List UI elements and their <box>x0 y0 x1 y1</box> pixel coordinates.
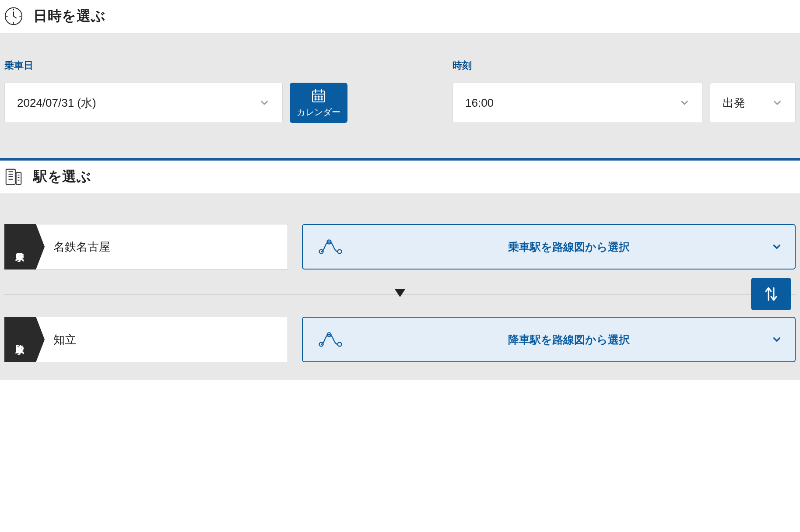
boarding-value: 名鉄名古屋 <box>53 239 110 255</box>
alighting-tag: 降車駅 <box>4 317 36 362</box>
swap-stations-button[interactable] <box>751 278 791 310</box>
chevron-down-icon <box>771 241 782 252</box>
alighting-value: 知立 <box>53 332 76 347</box>
station-icon <box>4 167 24 187</box>
alighting-input[interactable]: 知立 <box>36 317 288 362</box>
station-panel: 乗車駅 名鉄名古屋 乗車駅を路線図から選択 降車駅 <box>0 193 800 380</box>
station-section-header: 駅を選ぶ <box>0 161 800 193</box>
boarding-choose-label: 乗車駅を路線図から選択 <box>359 240 779 254</box>
alighting-choose-label: 降車駅を路線図から選択 <box>359 332 779 347</box>
time-value: 16:00 <box>465 96 494 110</box>
svg-point-2 <box>315 96 316 97</box>
chevron-down-icon <box>259 97 270 108</box>
calendar-button[interactable]: カレンダー <box>290 83 347 123</box>
date-select[interactable]: 2024/07/31 (水) <box>4 83 283 123</box>
direction-arrow-icon <box>393 287 407 301</box>
svg-rect-9 <box>16 172 21 184</box>
svg-point-3 <box>318 96 319 97</box>
calendar-label: カレンダー <box>297 106 340 118</box>
svg-point-5 <box>315 98 316 100</box>
route-map-icon <box>319 331 342 348</box>
alighting-route-map-button[interactable]: 降車駅を路線図から選択 <box>302 317 796 362</box>
datetime-title: 日時を選ぶ <box>33 7 105 26</box>
route-map-icon <box>319 238 342 255</box>
station-title: 駅を選ぶ <box>33 167 91 186</box>
chevron-down-icon <box>771 334 782 345</box>
alighting-field: 降車駅 知立 <box>4 317 288 362</box>
svg-point-6 <box>318 98 319 100</box>
boarding-tag: 乗車駅 <box>4 224 36 270</box>
svg-point-4 <box>321 96 323 97</box>
swap-icon <box>764 285 779 303</box>
chevron-down-icon <box>772 97 783 108</box>
svg-point-12 <box>338 250 342 254</box>
depart-arrive-value: 出発 <box>723 95 745 111</box>
chevron-down-icon <box>679 97 690 108</box>
datetime-section-header: 日時を選ぶ <box>0 0 800 33</box>
datetime-panel: 乗車日 2024/07/31 (水) カレンダー 時刻 <box>0 33 800 158</box>
time-label: 時刻 <box>453 59 796 72</box>
date-value: 2024/07/31 (水) <box>17 95 96 111</box>
boarding-input[interactable]: 名鉄名古屋 <box>36 224 288 270</box>
svg-point-7 <box>321 98 323 100</box>
time-select[interactable]: 16:00 <box>453 83 703 123</box>
svg-point-15 <box>338 343 342 346</box>
depart-arrive-select[interactable]: 出発 <box>710 83 796 123</box>
swap-row <box>4 280 796 308</box>
boarding-field: 乗車駅 名鉄名古屋 <box>4 224 288 270</box>
clock-icon <box>4 6 24 26</box>
boarding-route-map-button[interactable]: 乗車駅を路線図から選択 <box>302 224 796 270</box>
date-label: 乗車日 <box>4 59 347 72</box>
calendar-icon <box>311 88 326 104</box>
